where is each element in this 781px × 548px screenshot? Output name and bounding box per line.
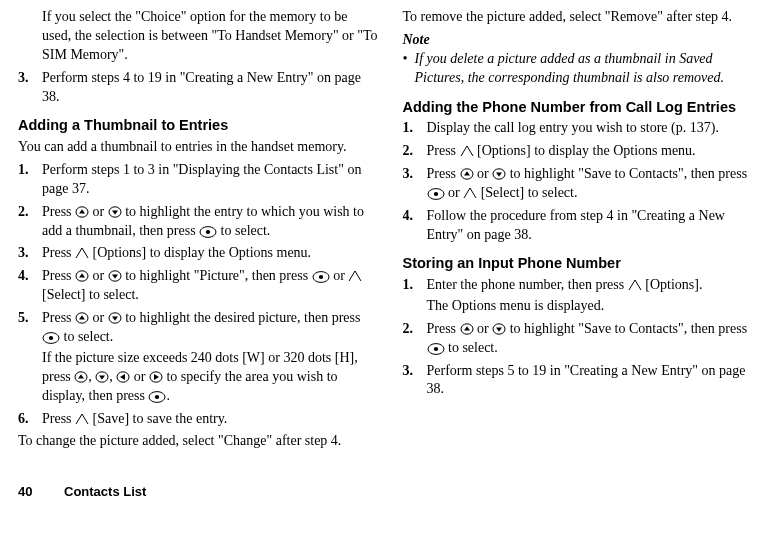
step-body: Perform steps 1 to 3 in "Displaying the …	[42, 161, 379, 199]
right-step-3: 3. Press or to highlight "Save to Contac…	[403, 165, 764, 203]
center-icon	[199, 226, 217, 238]
step-number: 4.	[403, 207, 427, 245]
up-icon	[75, 312, 89, 324]
heading-sub: You can add a thumbnail to entries in th…	[18, 138, 379, 157]
text: or	[474, 321, 493, 336]
step-body: Perform steps 5 to 19 in "Creating a New…	[427, 362, 764, 400]
page-number: 40	[18, 483, 40, 501]
down-icon	[95, 371, 109, 383]
text: [Options] to display the Options menu.	[89, 245, 311, 260]
page-footer: 40 Contacts List	[18, 483, 763, 501]
text: to highlight "Save to Contacts", then pr…	[506, 166, 747, 181]
store-step-1: 1. Enter the phone number, then press [O…	[403, 276, 764, 316]
right-icon	[149, 371, 163, 383]
step-body: Perform steps 4 to 19 in "Creating a New…	[42, 69, 379, 107]
tail-paragraph: To change the picture added, select "Cha…	[18, 432, 379, 451]
down-icon	[492, 323, 506, 335]
text: Press	[42, 204, 75, 219]
center-icon	[427, 188, 445, 200]
text: [Save] to save the entry.	[89, 411, 227, 426]
text: ,	[88, 369, 95, 384]
section-title: Contacts List	[64, 483, 146, 501]
up-icon	[460, 323, 474, 335]
softkey-icon	[460, 145, 474, 157]
step-number: 1.	[403, 119, 427, 138]
text: to select.	[445, 340, 498, 355]
text: Press	[427, 166, 460, 181]
left-icon	[116, 371, 130, 383]
step-body: Enter the phone number, then press [Opti…	[427, 276, 764, 316]
step-body: Follow the procedure from step 4 in "Cre…	[427, 207, 764, 245]
text: or	[89, 268, 108, 283]
left-step-1: 1. Perform steps 1 to 3 in "Displaying t…	[18, 161, 379, 199]
text: or	[445, 185, 464, 200]
softkey-icon	[628, 279, 642, 291]
text: or	[330, 268, 349, 283]
center-icon	[42, 332, 60, 344]
heading-adding-thumbnail: Adding a Thumbnail to Entries	[18, 116, 379, 136]
step-3-intro: 3. Perform steps 4 to 19 in "Creating a …	[18, 69, 379, 107]
text: .	[166, 388, 170, 403]
softkey-icon	[75, 413, 89, 425]
step-number: 2.	[403, 142, 427, 161]
down-icon	[492, 168, 506, 180]
intro-paragraph: If you select the "Choice" option for th…	[18, 8, 379, 65]
note-label: Note	[403, 31, 764, 50]
step-number: 5.	[18, 309, 42, 405]
step-body: Press [Options] to display the Options m…	[42, 244, 379, 263]
note-bullet: •	[403, 50, 415, 88]
up-icon	[74, 371, 88, 383]
down-icon	[108, 206, 122, 218]
text: Press	[42, 245, 75, 260]
step-number: 3.	[18, 69, 42, 107]
left-step-5: 5. Press or to highlight the desired pic…	[18, 309, 379, 405]
text: [Select] to select.	[477, 185, 577, 200]
step-number: 3.	[18, 244, 42, 263]
text: Enter the phone number, then press	[427, 277, 628, 292]
text: Press	[427, 321, 460, 336]
softkey-icon	[463, 187, 477, 199]
text: The Options menu is displayed.	[427, 297, 764, 316]
text: to highlight "Save to Contacts", then pr…	[506, 321, 747, 336]
text: Press	[42, 268, 75, 283]
step-number: 6.	[18, 410, 42, 429]
heading-storing-input: Storing an Input Phone Number	[403, 254, 764, 274]
right-step-1: 1. Display the call log entry you wish t…	[403, 119, 764, 138]
step-body: Press [Options] to display the Options m…	[427, 142, 764, 161]
left-column: If you select the "Choice" option for th…	[18, 8, 379, 455]
step-number: 3.	[403, 165, 427, 203]
up-icon	[75, 206, 89, 218]
text: Press	[42, 411, 75, 426]
left-step-2: 2. Press or to highlight the entry to wh…	[18, 203, 379, 241]
text: [Options] to display the Options menu.	[474, 143, 696, 158]
text: to highlight the desired picture, then p…	[122, 310, 361, 325]
center-icon	[427, 343, 445, 355]
text: or	[89, 310, 108, 325]
step-body: Press or to highlight "Picture", then pr…	[42, 267, 379, 305]
step-number: 2.	[18, 203, 42, 241]
softkey-icon	[348, 270, 362, 282]
text: [Options].	[642, 277, 703, 292]
heading-add-from-log: Adding the Phone Number from Call Log En…	[403, 98, 764, 118]
center-icon	[148, 391, 166, 403]
text: to highlight "Picture", then press	[122, 268, 312, 283]
store-step-2: 2. Press or to highlight "Save to Contac…	[403, 320, 764, 358]
text: Press	[427, 143, 460, 158]
text: to select.	[217, 223, 270, 238]
right-column: To remove the picture added, select "Rem…	[403, 8, 764, 455]
remove-paragraph: To remove the picture added, select "Rem…	[403, 8, 764, 27]
center-icon	[312, 271, 330, 283]
softkey-icon	[75, 247, 89, 259]
right-step-4: 4. Follow the procedure from step 4 in "…	[403, 207, 764, 245]
step-body: Press or to highlight the desired pictur…	[42, 309, 379, 405]
step-number: 1.	[403, 276, 427, 316]
step-body: Press or to highlight "Save to Contacts"…	[427, 320, 764, 358]
left-step-3: 3. Press [Options] to display the Option…	[18, 244, 379, 263]
step-body: Press or to highlight "Save to Contacts"…	[427, 165, 764, 203]
text: ,	[109, 369, 116, 384]
text: to select.	[60, 329, 113, 344]
left-step-6: 6. Press [Save] to save the entry.	[18, 410, 379, 429]
note-text: If you delete a picture added as a thumb…	[415, 50, 764, 88]
text: or	[89, 204, 108, 219]
left-step-4: 4. Press or to highlight "Picture", then…	[18, 267, 379, 305]
